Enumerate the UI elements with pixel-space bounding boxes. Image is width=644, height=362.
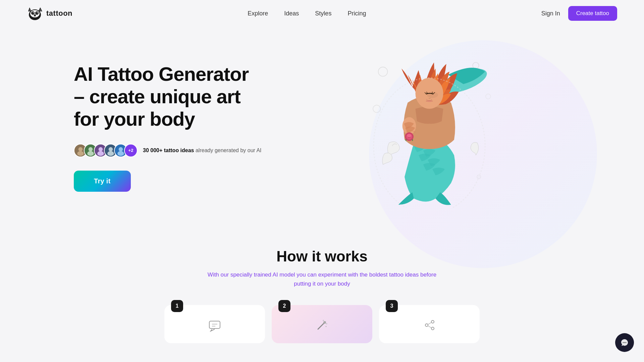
- hero-section: AI Tattoo Generator – create unique art …: [0, 27, 644, 228]
- chat-icon: [208, 318, 221, 332]
- svg-point-11: [89, 147, 93, 152]
- svg-point-21: [117, 151, 124, 156]
- svg-point-33: [426, 99, 427, 100]
- svg-point-18: [107, 151, 114, 156]
- step-2-badge: 2: [278, 300, 290, 312]
- svg-point-24: [486, 94, 491, 99]
- svg-point-34: [431, 99, 432, 100]
- chat-bubble-icon: [620, 338, 629, 347]
- nav-actions: Sign In Create tattoo: [541, 6, 617, 21]
- svg-line-44: [428, 322, 431, 324]
- navbar: tattoon Explore Ideas Styles Pricing Sig…: [0, 0, 644, 27]
- step-1-badge: 1: [171, 300, 183, 312]
- svg-line-45: [428, 326, 431, 328]
- svg-point-4: [33, 12, 34, 13]
- svg-point-48: [626, 342, 627, 343]
- svg-point-40: [323, 321, 326, 324]
- step-card-2: 2: [272, 305, 372, 343]
- mermaid-illustration: [352, 47, 506, 208]
- step-card-1: 1: [164, 305, 265, 343]
- logo-icon: [27, 5, 43, 21]
- nav-styles[interactable]: Styles: [315, 10, 331, 17]
- svg-point-43: [431, 327, 434, 330]
- social-proof-suffix: already generated by our AI: [194, 147, 262, 153]
- try-it-button[interactable]: Try it: [74, 171, 131, 192]
- hero-left: AI Tattoo Generator – create unique art …: [74, 63, 262, 191]
- nav-links: Explore Ideas Styles Pricing: [248, 10, 366, 17]
- logo[interactable]: tattoon: [27, 5, 72, 21]
- svg-point-6: [34, 14, 36, 16]
- svg-point-46: [623, 342, 624, 343]
- steps-row: 1 2 3: [27, 305, 617, 343]
- avatar-plus-badge: +2: [124, 144, 138, 157]
- sign-in-button[interactable]: Sign In: [541, 10, 560, 17]
- svg-point-5: [37, 12, 38, 13]
- svg-point-23: [473, 62, 479, 68]
- step-card-3: 3: [379, 305, 480, 343]
- svg-point-8: [78, 147, 83, 152]
- social-proof: +2 30 000+ tattoo ideas already generate…: [74, 144, 262, 157]
- avatars-group: +2: [74, 144, 138, 157]
- hero-title: AI Tattoo Generator – create unique art …: [74, 63, 262, 130]
- svg-line-39: [318, 322, 325, 329]
- svg-point-47: [624, 342, 625, 343]
- svg-point-12: [87, 151, 94, 156]
- svg-point-17: [109, 147, 113, 152]
- nav-ideas[interactable]: Ideas: [284, 10, 299, 17]
- create-tattoo-button[interactable]: Create tattoo: [568, 6, 617, 21]
- svg-rect-36: [209, 321, 220, 328]
- step-3-badge: 3: [386, 300, 398, 312]
- chat-button[interactable]: [615, 333, 634, 352]
- svg-point-15: [97, 151, 104, 156]
- svg-point-22: [378, 67, 388, 76]
- svg-point-25: [373, 105, 380, 113]
- tattoo-count: 30 000+ tattoo ideas: [143, 147, 194, 153]
- svg-point-14: [99, 147, 103, 152]
- share-icon: [423, 318, 436, 332]
- svg-point-41: [425, 324, 428, 326]
- svg-point-42: [431, 320, 434, 323]
- nav-pricing[interactable]: Pricing: [347, 10, 366, 17]
- nav-explore[interactable]: Explore: [248, 10, 268, 17]
- social-proof-text: 30 000+ tattoo ideas already generated b…: [143, 146, 262, 155]
- hero-right: [262, 47, 597, 208]
- logo-text: tattoon: [46, 9, 72, 18]
- svg-point-20: [119, 147, 123, 152]
- svg-point-9: [77, 151, 84, 156]
- magic-wand-icon: [315, 318, 329, 332]
- how-it-works-subtitle: With our specially trained AI model you …: [205, 270, 439, 288]
